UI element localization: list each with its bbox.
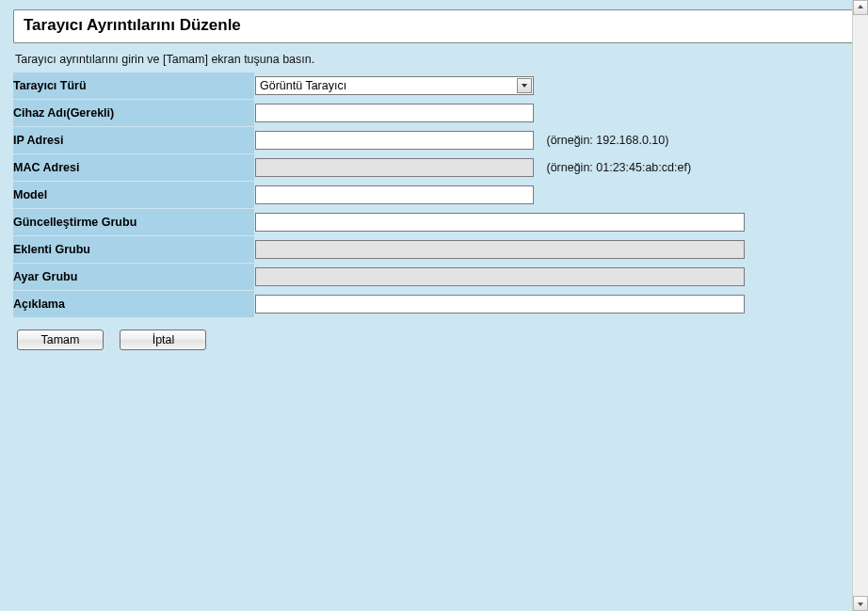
label-model: Model [13,182,255,208]
label-device-name: Cihaz Adı(Gerekli) [13,100,255,126]
row-description: Açıklama [13,291,855,317]
ok-button[interactable]: Tamam [17,330,104,350]
label-addon-group: Eklenti Grubu [13,236,255,263]
title-bar: Tarayıcı Ayrıntılarını Düzenle [13,9,855,43]
row-ip-address: IP Adresi (örneğin: 192.168.0.10) [13,127,855,153]
page-title: Tarayıcı Ayrıntılarını Düzenle [24,16,844,35]
instructions-text: Tarayıcı ayrıntılarını girin ve [Tamam] … [15,53,855,66]
field-device-name [255,100,855,126]
label-mac-address: MAC Adresi [13,154,255,181]
scanner-type-select-wrap: Görüntü Tarayıcı [255,76,534,95]
row-scanner-type: Tarayıcı Türü Görüntü Tarayıcı [13,72,855,99]
mac-address-input[interactable] [255,158,534,177]
vertical-scrollbar[interactable] [852,0,868,611]
settings-group-input[interactable] [255,267,745,286]
row-model: Model [13,182,855,208]
model-input[interactable] [255,185,534,204]
mac-address-hint: (örneğin: 01:23:45:ab:cd:ef) [546,161,691,174]
field-addon-group [255,236,855,263]
label-settings-group: Ayar Grubu [13,264,255,290]
field-update-group [255,209,855,235]
ip-address-hint: (örneğin: 192.168.0.10) [546,134,668,147]
row-device-name: Cihaz Adı(Gerekli) [13,100,855,126]
app-window: Tarayıcı Ayrıntılarını Düzenle Tarayıcı … [0,0,868,611]
button-row: Tamam İptal [13,330,855,350]
label-ip-address: IP Adresi [13,127,255,153]
scroll-up-icon[interactable] [853,0,868,15]
field-mac-address: (örneğin: 01:23:45:ab:cd:ef) [255,154,855,181]
cancel-button[interactable]: İptal [120,330,206,350]
row-addon-group: Eklenti Grubu [13,236,855,263]
content-area: Tarayıcı Ayrıntılarını Düzenle Tarayıcı … [0,0,868,360]
update-group-input[interactable] [255,213,745,232]
field-description [255,291,855,317]
label-scanner-type: Tarayıcı Türü [13,72,255,99]
scroll-down-icon[interactable] [853,596,868,611]
scanner-type-select[interactable]: Görüntü Tarayıcı [255,76,534,95]
field-scanner-type: Görüntü Tarayıcı [255,72,855,99]
description-input[interactable] [255,295,745,314]
ip-address-input[interactable] [255,131,534,150]
device-name-input[interactable] [255,104,534,122]
field-settings-group [255,264,855,290]
row-settings-group: Ayar Grubu [13,264,855,290]
addon-group-input[interactable] [255,240,745,259]
label-description: Açıklama [13,291,255,317]
row-update-group: Güncelleştirme Grubu [13,209,855,235]
label-update-group: Güncelleştirme Grubu [13,209,255,235]
row-mac-address: MAC Adresi (örneğin: 01:23:45:ab:cd:ef) [13,154,855,181]
field-ip-address: (örneğin: 192.168.0.10) [255,127,855,153]
field-model [255,182,855,208]
form-table: Tarayıcı Türü Görüntü Tarayıcı Cihaz Adı… [13,72,855,318]
